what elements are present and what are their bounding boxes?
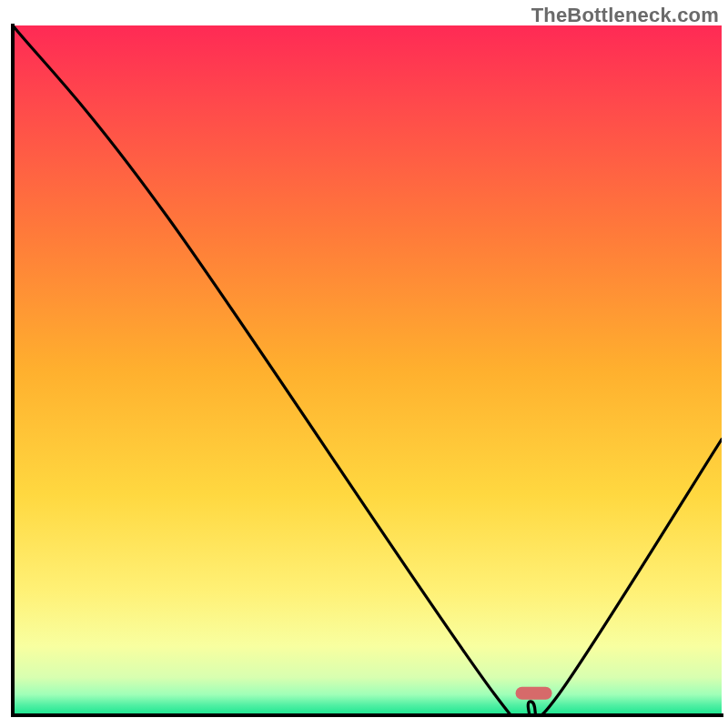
- optimal-marker: [516, 687, 552, 700]
- gradient-background: [13, 25, 722, 715]
- chart-canvas: [0, 0, 728, 728]
- bottleneck-chart: TheBottleneck.com: [0, 0, 728, 728]
- watermark-text: TheBottleneck.com: [531, 4, 719, 27]
